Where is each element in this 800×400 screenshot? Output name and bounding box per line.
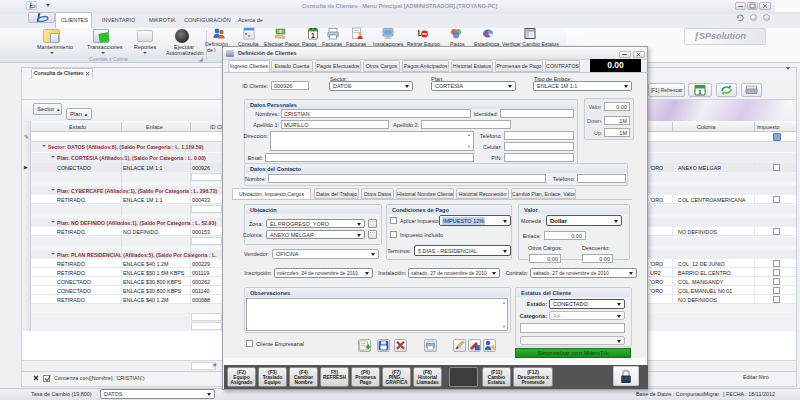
svg-text:1: 1: [311, 32, 315, 39]
